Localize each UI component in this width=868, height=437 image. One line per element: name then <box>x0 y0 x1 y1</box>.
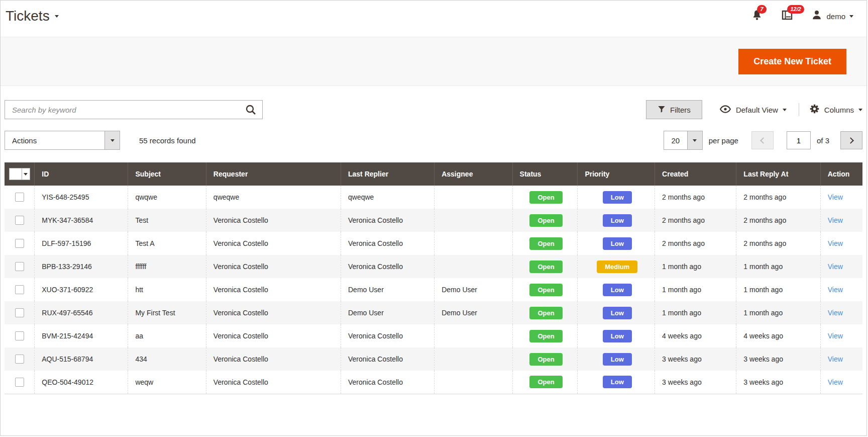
cell-action: View <box>820 347 862 371</box>
view-link[interactable]: View <box>828 286 843 294</box>
actions-select[interactable]: Actions <box>5 131 120 150</box>
cell-id: AQU-515-68794 <box>35 347 128 371</box>
cell-last-reply-at: 2 months ago <box>736 186 820 209</box>
cell-action: View <box>820 209 862 232</box>
cell-last-replier: Veronica Costello <box>341 371 435 394</box>
create-new-ticket-button[interactable]: Create New Ticket <box>738 49 846 74</box>
cell-last-replier: Veronica Costello <box>341 209 435 232</box>
chevron-right-icon <box>847 137 854 144</box>
search-input[interactable] <box>5 100 263 119</box>
cell-requester: Veronica Costello <box>206 347 341 371</box>
row-checkbox[interactable] <box>15 216 24 225</box>
filters-button[interactable]: Filters <box>646 100 702 119</box>
column-header-action[interactable]: Action <box>820 162 862 186</box>
status-badge: Open <box>529 307 562 319</box>
table-row: DLF-597-15196 Test A Veronica Costello V… <box>5 232 862 255</box>
magnifier-icon[interactable] <box>245 104 257 118</box>
view-link[interactable]: View <box>828 332 843 340</box>
column-header-assignee[interactable]: Assignee <box>435 162 512 186</box>
row-checkbox[interactable] <box>15 331 24 340</box>
header-right: 7 12/2 demo <box>751 9 853 23</box>
column-header-last-reply-at[interactable]: Last Reply At <box>736 162 820 186</box>
previous-page-button[interactable] <box>751 131 774 149</box>
messages-button[interactable]: 12/2 <box>781 9 793 23</box>
page-number-input[interactable] <box>787 131 811 149</box>
row-checkbox-cell <box>5 255 35 278</box>
row-checkbox[interactable] <box>15 193 24 202</box>
column-header-status[interactable]: Status <box>512 162 578 186</box>
view-link[interactable]: View <box>828 263 843 271</box>
cell-status: Open <box>512 324 578 347</box>
cell-requester: Veronica Costello <box>206 371 341 394</box>
ticket-table-body: YIS-648-25495 qwqwe qweqwe qweqwe Open L… <box>5 186 862 394</box>
table-header-row: ID Subject Requester Last Replier Assign… <box>5 162 862 186</box>
toolbar-divider <box>799 103 799 116</box>
row-checkbox[interactable] <box>15 285 24 294</box>
columns-control[interactable]: Columns <box>809 104 862 116</box>
priority-badge: Low <box>603 214 632 227</box>
column-header-requester[interactable]: Requester <box>206 162 341 186</box>
row-checkbox[interactable] <box>15 378 24 387</box>
title-caret-icon[interactable] <box>55 15 59 18</box>
status-badge: Open <box>529 353 562 366</box>
status-badge: Open <box>529 214 562 227</box>
cell-last-reply-at: 1 month ago <box>736 301 820 324</box>
next-page-button[interactable] <box>840 131 862 149</box>
cell-created: 3 weeks ago <box>655 371 736 394</box>
table-row: QEO-504-49012 weqw Veronica Costello Ver… <box>5 371 862 394</box>
column-header-subject[interactable]: Subject <box>128 162 206 186</box>
table-row: RUX-497-65546 My First Test Veronica Cos… <box>5 301 862 324</box>
person-icon <box>811 10 822 23</box>
view-link[interactable]: View <box>828 355 843 363</box>
view-link[interactable]: View <box>828 216 843 224</box>
actions-select-value: Actions <box>5 131 104 149</box>
cell-assignee <box>435 209 512 232</box>
column-header-priority[interactable]: Priority <box>578 162 655 186</box>
status-badge: Open <box>529 260 562 273</box>
column-header-created[interactable]: Created <box>655 162 736 186</box>
row-checkbox[interactable] <box>15 239 24 248</box>
status-badge: Open <box>529 376 562 388</box>
cell-created: 1 month ago <box>655 301 736 324</box>
view-link[interactable]: View <box>828 193 843 201</box>
cell-subject: aa <box>128 324 206 347</box>
cell-priority: Low <box>578 371 655 394</box>
page-title-wrap[interactable]: Tickets <box>6 8 59 24</box>
page-title: Tickets <box>6 8 50 24</box>
cell-last-replier: Veronica Costello <box>341 232 435 255</box>
view-link[interactable]: View <box>828 239 843 247</box>
view-link[interactable]: View <box>828 378 843 386</box>
cell-last-reply-at: 1 month ago <box>736 278 820 301</box>
select-all-checkbox[interactable] <box>9 168 30 180</box>
cell-assignee <box>435 232 512 255</box>
cell-last-reply-at: 3 weeks ago <box>736 347 820 371</box>
cell-priority: Low <box>578 209 655 232</box>
select-all-header <box>5 162 35 186</box>
row-checkbox[interactable] <box>15 355 24 364</box>
user-menu[interactable]: demo <box>811 10 853 23</box>
cell-requester: Veronica Costello <box>206 209 341 232</box>
column-header-last-replier[interactable]: Last Replier <box>341 162 435 186</box>
cell-status: Open <box>512 347 578 371</box>
cell-assignee <box>435 324 512 347</box>
cell-last-replier: Veronica Costello <box>341 324 435 347</box>
cell-status: Open <box>512 209 578 232</box>
notifications-button[interactable]: 7 <box>751 9 763 23</box>
row-checkbox[interactable] <box>15 262 24 271</box>
per-page-select[interactable]: 20 <box>664 131 703 150</box>
cell-priority: Low <box>578 347 655 371</box>
row-checkbox-cell <box>5 232 35 255</box>
cell-created: 1 month ago <box>655 278 736 301</box>
row-checkbox-cell <box>5 209 35 232</box>
cell-action: View <box>820 324 862 347</box>
view-link[interactable]: View <box>828 309 843 317</box>
view-switcher[interactable]: Default View <box>719 103 787 117</box>
table-row: XUO-371-60922 htt Veronica Costello Demo… <box>5 278 862 301</box>
priority-badge: Low <box>603 330 632 342</box>
cell-requester: Veronica Costello <box>206 301 341 324</box>
column-header-id[interactable]: ID <box>35 162 128 186</box>
eye-icon <box>719 103 731 117</box>
row-checkbox[interactable] <box>15 308 24 317</box>
cell-assignee: Demo User <box>435 278 512 301</box>
status-badge: Open <box>529 237 562 250</box>
